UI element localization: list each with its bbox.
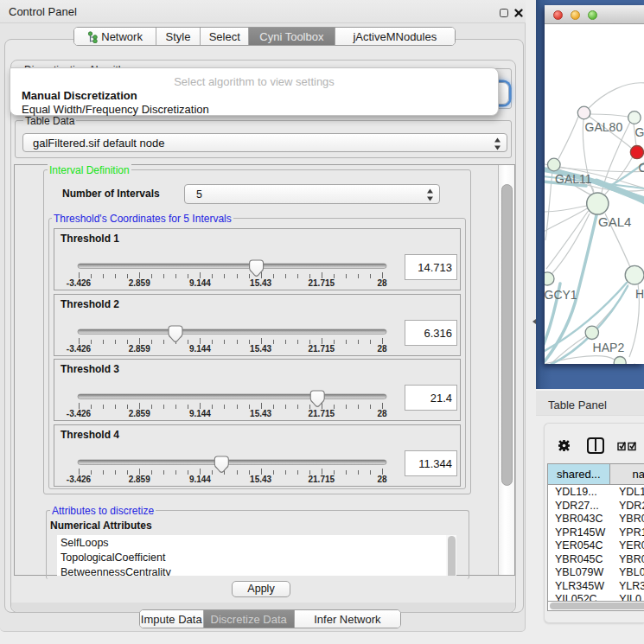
svg-text:2.859: 2.859 <box>129 409 150 418</box>
svg-text:9.144: 9.144 <box>189 278 211 288</box>
svg-text:28: 28 <box>377 278 387 288</box>
svg-text:-3.426: -3.426 <box>67 475 92 484</box>
svg-text:21.715: 21.715 <box>309 344 335 354</box>
svg-text:2.859: 2.859 <box>129 344 150 354</box>
svg-text:28: 28 <box>377 475 387 484</box>
svg-text:GAL11: GAL11 <box>555 172 592 186</box>
svg-text:-3.426: -3.426 <box>67 409 92 418</box>
svg-text:28: 28 <box>377 409 387 418</box>
svg-text:21.715: 21.715 <box>309 409 335 418</box>
svg-text:28: 28 <box>377 344 387 354</box>
svg-text:2.859: 2.859 <box>129 475 150 484</box>
svg-text:15.43: 15.43 <box>250 278 271 288</box>
svg-text:H: H <box>635 287 644 301</box>
svg-text:GCY1: GCY1 <box>545 288 577 302</box>
svg-text:9.144: 9.144 <box>189 409 211 418</box>
svg-text:-3.426: -3.426 <box>67 278 92 288</box>
svg-text:21.715: 21.715 <box>309 475 335 484</box>
svg-text:GA: GA <box>634 125 644 139</box>
svg-text:-3.426: -3.426 <box>67 344 92 354</box>
svg-text:15.43: 15.43 <box>250 344 271 354</box>
svg-text:21.715: 21.715 <box>309 278 335 288</box>
svg-text:C: C <box>639 161 644 175</box>
svg-text:9.144: 9.144 <box>189 344 211 354</box>
svg-text:GAL80: GAL80 <box>585 120 623 134</box>
svg-text:15.43: 15.43 <box>250 475 271 484</box>
svg-text:GAL4: GAL4 <box>598 214 631 229</box>
svg-text:9.144: 9.144 <box>189 475 211 484</box>
svg-text:HAP2: HAP2 <box>593 341 625 354</box>
svg-text:2.859: 2.859 <box>129 278 150 288</box>
svg-text:15.43: 15.43 <box>250 409 271 418</box>
